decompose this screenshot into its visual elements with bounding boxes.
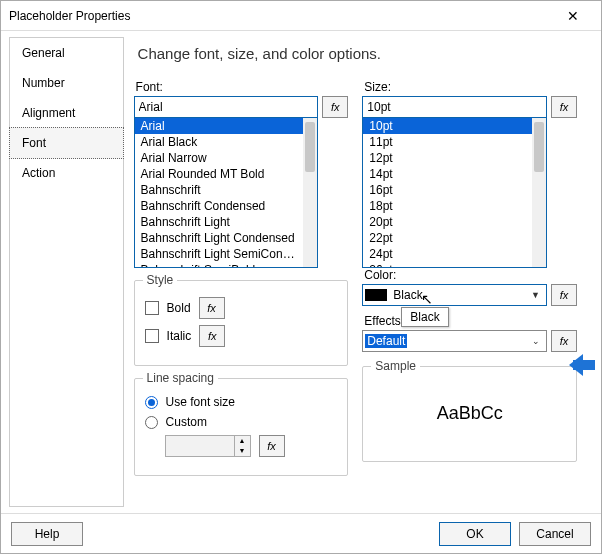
page-heading: Change font, size, and color options. <box>138 45 577 62</box>
font-option[interactable]: Arial Narrow <box>135 150 304 166</box>
color-tooltip: Black <box>401 307 448 327</box>
color-expression-button[interactable] <box>551 284 577 306</box>
custom-label: Custom <box>166 415 207 429</box>
font-option[interactable]: Bahnschrift Light SemiCondensed <box>135 246 304 262</box>
sidebar-item-alignment[interactable]: Alignment <box>10 98 123 128</box>
font-option[interactable]: Bahnschrift Condensed <box>135 198 304 214</box>
close-icon[interactable]: ✕ <box>553 8 593 24</box>
titlebar: Placeholder Properties ✕ <box>1 1 601 31</box>
font-option[interactable]: Arial Black <box>135 134 304 150</box>
font-input[interactable] <box>134 96 319 118</box>
font-list-scrollbar[interactable] <box>303 118 317 267</box>
size-option[interactable]: 26pt <box>363 262 532 268</box>
color-combobox[interactable]: Black ▼ ↖ Black <box>362 284 547 306</box>
size-option[interactable]: 12pt <box>363 150 532 166</box>
effects-label: Effects: <box>364 314 577 328</box>
sidebar-item-font[interactable]: Font <box>9 127 124 159</box>
sample-preview: AaBbCc <box>373 377 566 449</box>
help-button[interactable]: Help <box>11 522 83 546</box>
size-option[interactable]: 11pt <box>363 134 532 150</box>
chevron-down-icon[interactable]: ▼ <box>527 290 544 300</box>
size-expression-button[interactable] <box>551 96 577 118</box>
size-option[interactable]: 24pt <box>363 246 532 262</box>
italic-expression-button[interactable] <box>199 325 225 347</box>
color-value: Black <box>393 288 422 302</box>
font-label: Font: <box>136 80 349 94</box>
size-option[interactable]: 10pt <box>363 118 532 134</box>
effects-expression-button[interactable] <box>551 330 577 352</box>
ok-button[interactable]: OK <box>439 522 511 546</box>
size-option[interactable]: 14pt <box>363 166 532 182</box>
sample-legend: Sample <box>371 359 420 373</box>
color-swatch-icon <box>365 289 387 301</box>
size-option[interactable]: 16pt <box>363 182 532 198</box>
style-legend: Style <box>143 273 178 287</box>
custom-radio[interactable] <box>145 416 158 429</box>
sidebar-item-action[interactable]: Action <box>10 158 123 188</box>
size-input[interactable] <box>362 96 547 118</box>
effects-value: Default <box>365 334 407 348</box>
effects-combobox[interactable]: Default ⌄ <box>362 330 547 352</box>
font-option[interactable]: Bahnschrift SemiBold <box>135 262 304 268</box>
sample-group: Sample AaBbCc <box>362 366 577 462</box>
use-font-size-radio[interactable] <box>145 396 158 409</box>
size-option[interactable]: 18pt <box>363 198 532 214</box>
dialog-window: Placeholder Properties ✕ General Number … <box>0 0 602 554</box>
dialog-footer: Help OK Cancel <box>1 513 601 553</box>
line-spacing-expression-button[interactable] <box>259 435 285 457</box>
bold-checkbox[interactable] <box>145 301 159 315</box>
font-option[interactable]: Bahnschrift <box>135 182 304 198</box>
font-expression-button[interactable] <box>322 96 348 118</box>
chevron-down-icon[interactable]: ▼ <box>235 446 250 456</box>
font-option[interactable]: Arial Rounded MT Bold <box>135 166 304 182</box>
size-label: Size: <box>364 80 577 94</box>
size-option[interactable]: 20pt <box>363 214 532 230</box>
window-title: Placeholder Properties <box>9 9 553 23</box>
sidebar-item-general[interactable]: General <box>10 38 123 68</box>
size-option[interactable]: 22pt <box>363 230 532 246</box>
style-group: Style Bold Italic <box>134 280 349 366</box>
italic-label: Italic <box>167 329 192 343</box>
italic-checkbox[interactable] <box>145 329 159 343</box>
color-label: Color: <box>364 268 577 282</box>
size-listbox[interactable]: 10pt 11pt 12pt 14pt 16pt 18pt 20pt 22pt … <box>362 118 547 268</box>
bold-expression-button[interactable] <box>199 297 225 319</box>
line-spacing-legend: Line spacing <box>143 371 218 385</box>
line-spacing-group: Line spacing Use font size Custom <box>134 378 349 476</box>
annotation-arrow-icon <box>573 354 602 376</box>
font-option[interactable]: Bahnschrift Light <box>135 214 304 230</box>
chevron-up-icon[interactable]: ▲ <box>235 436 250 446</box>
bold-label: Bold <box>167 301 191 315</box>
sidebar-item-number[interactable]: Number <box>10 68 123 98</box>
cancel-button[interactable]: Cancel <box>519 522 591 546</box>
use-font-size-label: Use font size <box>166 395 235 409</box>
font-listbox[interactable]: Arial Arial Black Arial Narrow Arial Rou… <box>134 118 319 268</box>
font-option[interactable]: Arial <box>135 118 304 134</box>
main-panel: Change font, size, and color options. Fo… <box>128 31 601 513</box>
cursor-icon: ↖ <box>421 291 433 307</box>
category-sidebar: General Number Alignment Font Action <box>9 37 124 507</box>
font-option[interactable]: Bahnschrift Light Condensed <box>135 230 304 246</box>
size-list-scrollbar[interactable] <box>532 118 546 267</box>
chevron-down-icon[interactable]: ⌄ <box>528 336 544 346</box>
custom-spacing-spinner[interactable]: ▲▼ <box>165 435 251 457</box>
